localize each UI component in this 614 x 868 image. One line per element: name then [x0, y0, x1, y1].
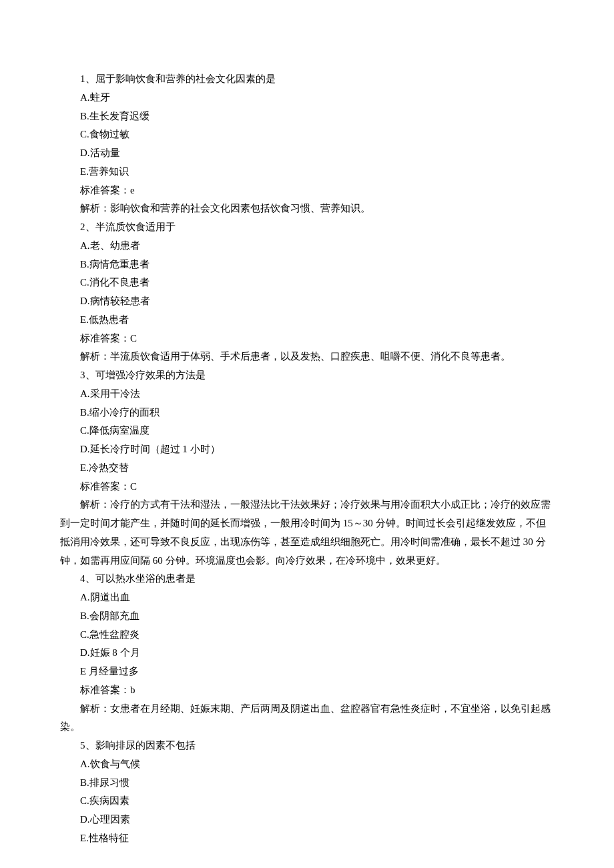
answer-line: 标准答案：e — [60, 181, 554, 200]
question-stem: 1、屈于影响饮食和营养的社会文化因素的是 — [60, 70, 554, 89]
option-a: A.饮食与气候 — [60, 755, 554, 774]
option-a: A.采用干冷法 — [60, 385, 554, 404]
option-b: B.生长发育迟缓 — [60, 107, 554, 126]
option-c: C.降低病室温度 — [60, 422, 554, 440]
option-d: D.心理因素 — [60, 811, 554, 829]
answer-value: C — [130, 481, 137, 492]
option-b: B.缩小冷疗的面积 — [60, 404, 554, 422]
option-d: D.活动量 — [60, 144, 554, 163]
question-number: 2、 — [80, 222, 95, 232]
question-text: 半流质饮食适用于 — [95, 222, 176, 232]
answer-value: C — [130, 333, 137, 344]
answer-label: 标准答案： — [80, 481, 130, 492]
answer-label: 标准答案： — [80, 333, 130, 344]
option-b: B.病情危重患者 — [60, 256, 554, 274]
option-a: A.阴道出血 — [60, 588, 554, 607]
option-a: A.蛀牙 — [60, 89, 554, 107]
answer-label: 标准答案： — [80, 185, 130, 195]
option-e: E 月经量过多 — [60, 663, 554, 681]
option-b: B.会阴部充血 — [60, 607, 554, 626]
question-number: 5、 — [80, 740, 95, 751]
option-d: D.病情较轻患者 — [60, 292, 554, 311]
document-page: 1、屈于影响饮食和营养的社会文化因素的是 A.蛀牙 B.生长发育迟缓 C.食物过… — [0, 0, 614, 868]
question-text: 屈于影响饮食和营养的社会文化因素的是 — [95, 73, 276, 84]
answer-value: e — [130, 185, 135, 195]
question-number: 4、 — [80, 573, 95, 584]
answer-line: 标准答案：C — [60, 330, 554, 348]
answer-label: 标准答案： — [80, 685, 130, 695]
option-b: B.排尿习惯 — [60, 774, 554, 793]
option-d: D.妊娠 8 个月 — [60, 644, 554, 663]
option-d: D.延长冷疗时间（超过 1 小时） — [60, 440, 554, 459]
option-c: C.消化不良患者 — [60, 274, 554, 292]
question-number: 3、 — [80, 370, 95, 380]
option-c: C.食物过敏 — [60, 125, 554, 144]
explanation-text: 解析：冷疗的方式有干法和湿法，一般湿法比干法效果好；冷疗效果与用冷面积大小成正比… — [60, 496, 554, 570]
question-number: 1、 — [80, 73, 95, 84]
question-stem: 5、影响排尿的因素不包括 — [60, 737, 554, 755]
explanation-text: 解析：半流质饮食适用于体弱、手术后患者，以及发热、口腔疾患、咀嚼不便、消化不良等… — [60, 348, 554, 366]
option-c: C.疾病因素 — [60, 792, 554, 811]
question-stem: 4、可以热水坐浴的患者是 — [60, 570, 554, 588]
explanation-text: 解析：女患者在月经期、妊娠末期、产后两周及阴道出血、盆腔器官有急性炎症时，不宜坐… — [60, 700, 554, 737]
option-c: C.急性盆腔炎 — [60, 626, 554, 644]
question-text: 影响排尿的因素不包括 — [95, 740, 196, 751]
option-a: A.老、幼患者 — [60, 237, 554, 256]
question-stem: 2、半流质饮食适用于 — [60, 218, 554, 237]
option-e: E.低热患者 — [60, 311, 554, 330]
answer-value: b — [130, 685, 135, 695]
answer-line: 标准答案：b — [60, 681, 554, 700]
question-text: 可以热水坐浴的患者是 — [95, 573, 196, 584]
option-e: E.冷热交替 — [60, 459, 554, 478]
option-e: E.营养知识 — [60, 163, 554, 181]
explanation-text: 解析：影响饮食和营养的社会文化因素包括饮食习惯、营养知识。 — [60, 199, 554, 218]
question-stem: 3、可增强冷疗效果的方法是 — [60, 366, 554, 385]
option-e: E.性格特征 — [60, 829, 554, 848]
question-text: 可增强冷疗效果的方法是 — [95, 370, 206, 380]
answer-line: 标准答案：C — [60, 478, 554, 496]
